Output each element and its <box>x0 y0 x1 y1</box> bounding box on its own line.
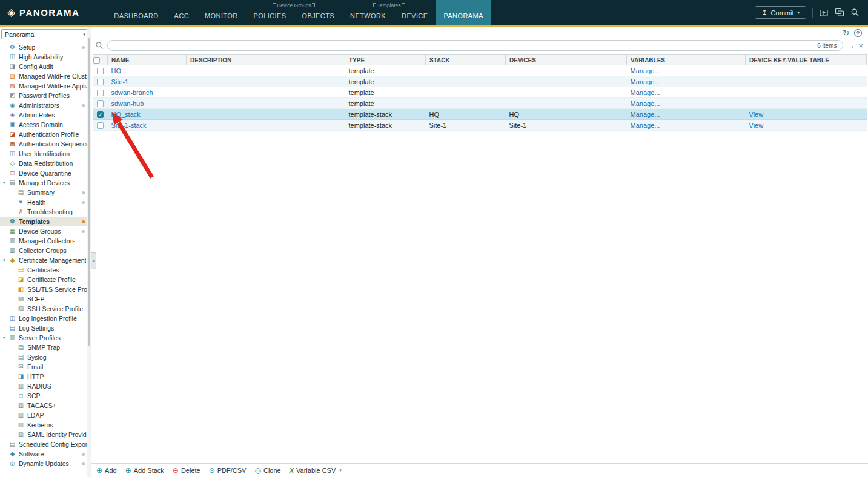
table-row[interactable]: sdwan-branchtemplateManage... <box>93 87 867 98</box>
help-icon[interactable]: ? <box>854 29 862 37</box>
sidebar-item-access-domain[interactable]: ▣Access Domain <box>0 120 91 130</box>
sidebar-item-certificate-profile[interactable]: ◪Certificate Profile <box>0 275 91 285</box>
row-checkbox[interactable] <box>97 100 104 107</box>
table-row[interactable]: HQtemplateManage... <box>93 65 867 76</box>
sidebar-item-device-groups[interactable]: ▦Device Groups <box>0 226 91 236</box>
sidebar-item-troubleshooting[interactable]: ✗Troubleshooting <box>0 207 91 217</box>
sidebar-collapse-handle[interactable]: ◂ <box>91 252 96 269</box>
sidebar-item-config-audit[interactable]: ◨Config Audit <box>0 62 91 71</box>
select-all-checkbox[interactable] <box>93 57 100 64</box>
save-config-icon[interactable] <box>819 8 829 17</box>
commit-button[interactable]: ↥ Commit ▾ <box>755 6 806 19</box>
add-button[interactable]: ⊕Add <box>96 467 117 474</box>
tab-panorama[interactable]: PANORAMA <box>436 0 491 25</box>
col-description[interactable]: DESCRIPTION <box>187 55 345 65</box>
sidebar-item-log-ingestion-profile[interactable]: ◫Log Ingestion Profile <box>0 314 91 323</box>
sidebar-item-password-profiles[interactable]: ◩Password Profiles <box>0 91 91 100</box>
name-link[interactable]: HQ_stack <box>111 111 141 118</box>
sidebar-item-managed-devices[interactable]: ▾▤Managed Devices <box>0 178 91 188</box>
tree-expand-caret-icon[interactable]: ▾ <box>3 180 8 185</box>
sidebar-scrollbar[interactable] <box>87 27 91 477</box>
name-link[interactable]: sdwan-branch <box>111 89 153 96</box>
sidebar-item-summary[interactable]: ▤Summary <box>0 188 91 197</box>
col-name[interactable]: NAME <box>108 55 187 65</box>
sidebar-item-managed-wildfire-clusters[interactable]: ▨Managed WildFire Clusters <box>0 71 91 81</box>
tab-acc[interactable]: ACC <box>167 0 197 25</box>
sidebar-item-kerberos[interactable]: ▥Kerberos <box>0 420 91 430</box>
sidebar-item-http[interactable]: ◨HTTP <box>0 372 91 381</box>
context-selector[interactable]: Panorama ▾ <box>1 29 89 39</box>
sidebar-item-ssl-tls-service-profile[interactable]: ◧SSL/TLS Service Profile <box>0 285 91 294</box>
sidebar-item-certificate-management[interactable]: ▾◆Certificate Management <box>0 255 91 265</box>
sidebar-item-certificates[interactable]: ▤Certificates <box>0 265 91 275</box>
variables-link[interactable]: Manage... <box>631 111 660 118</box>
sidebar-item-templates[interactable]: ⚙Templates <box>0 217 91 226</box>
delete-button[interactable]: ⊖Delete <box>173 467 200 474</box>
sidebar-item-saml-identity-provider[interactable]: ▥SAML Identity Provider <box>0 430 91 439</box>
tree-expand-caret-icon[interactable]: ▾ <box>3 335 8 340</box>
row-checkbox[interactable] <box>97 79 104 85</box>
global-find-icon[interactable] <box>850 8 860 17</box>
apply-filter-icon[interactable]: → <box>847 42 855 50</box>
sidebar-item-administrators[interactable]: ◉Administrators <box>0 100 91 110</box>
sidebar-item-scheduled-config-export[interactable]: ▤Scheduled Config Export <box>0 439 91 449</box>
table-row[interactable]: sdwan-hubtemplateManage... <box>93 98 867 109</box>
sidebar-item-setup[interactable]: ⚙Setup <box>0 42 91 52</box>
sidebar-item-data-redistribution[interactable]: ◇Data Redistribution <box>0 159 91 168</box>
row-checkbox[interactable]: ✓ <box>97 111 104 118</box>
sidebar-item-health[interactable]: ♥Health <box>0 197 91 207</box>
sidebar-item-device-quarantine[interactable]: □Device Quarantine <box>0 168 91 178</box>
sidebar-item-syslog[interactable]: ▤Syslog <box>0 352 91 362</box>
search-input[interactable] <box>114 41 817 50</box>
sidebar-item-ssh-service-profile[interactable]: ▨SSH Service Profile <box>0 304 91 314</box>
sidebar-item-managed-wildfire-appliance[interactable]: ▨Managed WildFire Appliance <box>0 81 91 91</box>
name-link[interactable]: Site-1 <box>111 78 129 85</box>
name-link[interactable]: sdwan-hub <box>111 100 144 107</box>
sidebar-item-collector-groups[interactable]: ▥Collector Groups <box>0 246 91 255</box>
clone-button[interactable]: ◎Clone <box>254 467 280 474</box>
sidebar-item-server-profiles[interactable]: ▾▥Server Profiles <box>0 333 91 343</box>
kv-link[interactable]: View <box>749 111 764 118</box>
col-variables[interactable]: VARIABLES <box>627 55 746 65</box>
tab-network[interactable]: NETWORK <box>342 12 394 25</box>
tab-objects[interactable]: OBJECTS <box>294 12 343 25</box>
sidebar-item-managed-collectors[interactable]: ▥Managed Collectors <box>0 236 91 246</box>
variables-link[interactable]: Manage... <box>631 89 660 96</box>
tab-device[interactable]: DEVICE <box>394 12 436 25</box>
sidebar-item-authentication-sequence[interactable]: ▩Authentication Sequence <box>0 139 91 149</box>
refresh-icon[interactable]: ↻ <box>843 28 849 38</box>
table-row[interactable]: Site-1templateManage... <box>93 76 867 87</box>
pdf-csv-button[interactable]: ⊙PDF/CSV <box>209 467 247 474</box>
sidebar-item-user-identification[interactable]: ◫User Identification <box>0 149 91 159</box>
col-stack[interactable]: STACK <box>426 55 506 65</box>
clear-filter-icon[interactable]: × <box>858 42 863 50</box>
name-link[interactable]: Site-1-stack <box>111 122 147 129</box>
table-row[interactable]: Site-1-stacktemplate-stackSite-1Site-1Ma… <box>93 120 867 131</box>
kv-link[interactable]: View <box>749 122 764 129</box>
variable-csv-button[interactable]: XVariable CSV▾ <box>290 467 342 474</box>
col-device-key-value-table[interactable]: DEVICE KEY-VALUE TABLE <box>746 55 867 65</box>
sidebar-item-snmp-trap[interactable]: ▤SNMP Trap <box>0 343 91 352</box>
sidebar-item-software[interactable]: ◆Software <box>0 449 91 459</box>
sidebar-item-radius[interactable]: ▥RADIUS <box>0 381 91 391</box>
sidebar-item-high-availability[interactable]: ◫High Availability <box>0 52 91 62</box>
row-checkbox[interactable] <box>97 90 104 96</box>
sidebar-item-admin-roles[interactable]: ◈Admin Roles <box>0 110 91 120</box>
name-link[interactable]: HQ <box>111 67 122 74</box>
table-row[interactable]: ✓HQ_stacktemplate-stackHQHQManage...View <box>93 109 867 120</box>
sidebar-item-authentication-profile[interactable]: ◪Authentication Profile <box>0 130 91 139</box>
add-stack-button[interactable]: ⊕Add Stack <box>125 467 164 474</box>
sidebar-item-email[interactable]: ✉Email <box>0 362 91 372</box>
tab-monitor[interactable]: MONITOR <box>197 0 246 25</box>
task-manager-icon[interactable] <box>835 8 844 17</box>
sidebar-item-tacacs[interactable]: ▥TACACS+ <box>0 401 91 410</box>
variables-link[interactable]: Manage... <box>631 78 660 85</box>
row-checkbox[interactable] <box>97 68 104 74</box>
sidebar-item-scep[interactable]: ▧SCEP <box>0 294 91 304</box>
sidebar-item-dynamic-updates[interactable]: ◎Dynamic Updates <box>0 459 91 469</box>
col-type[interactable]: TYPE <box>345 55 426 65</box>
sidebar-item-scp[interactable]: □SCP <box>0 391 91 401</box>
sidebar-item-log-settings[interactable]: ▤Log Settings <box>0 323 91 333</box>
row-checkbox[interactable] <box>97 122 104 129</box>
tab-dashboard[interactable]: DASHBOARD <box>106 0 166 25</box>
